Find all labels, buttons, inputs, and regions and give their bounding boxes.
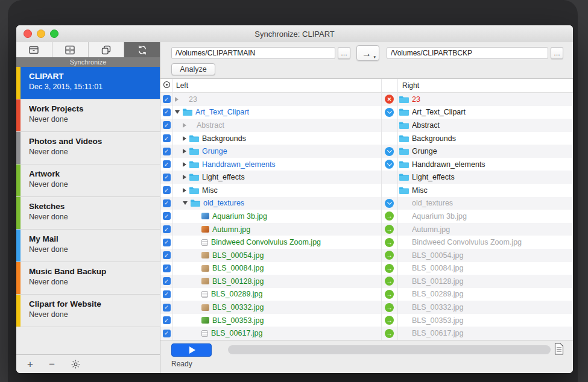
file-row[interactable]: ✓BLS_00353.jpg→BLS_00353.jpg — [160, 314, 573, 327]
file-row[interactable]: ✓23✕23 — [160, 93, 573, 106]
archive-box-icon — [27, 43, 40, 57]
tab-archive-box[interactable] — [16, 42, 52, 57]
left-path-input[interactable] — [171, 47, 335, 59]
row-checkbox[interactable]: ✓ — [163, 148, 171, 155]
row-checkbox[interactable]: ✓ — [163, 174, 171, 181]
app-window: Synchronize: CLIPART Synchronize CLIPART… — [16, 25, 573, 373]
profile-color-stripe — [16, 295, 21, 327]
add-profile-button[interactable]: + — [27, 359, 33, 369]
row-checkbox[interactable]: ✓ — [163, 134, 171, 142]
file-row[interactable]: ✓Bindweed Convolvulus Zoom.jpg→Bindweed … — [160, 236, 573, 249]
profile-item[interactable]: Photos and VideosNever done — [16, 132, 160, 164]
minimize-button[interactable] — [37, 30, 45, 38]
fullscreen-button[interactable] — [50, 30, 58, 38]
left-item-name: Aquarium 3b.jpg — [212, 212, 267, 221]
profile-last-sync: Never done — [29, 245, 156, 254]
sync-direction-button[interactable]: → ▾ — [356, 45, 379, 61]
disclosure-collapsed-icon[interactable] — [175, 97, 179, 102]
close-button[interactable] — [24, 30, 32, 38]
update-status-icon — [385, 199, 394, 208]
row-checkbox[interactable]: ✓ — [163, 239, 171, 246]
right-item-name: Autumn.jpg — [412, 225, 450, 234]
profile-item[interactable]: Music Band BackupNever done — [16, 262, 160, 295]
left-item-name: Art_Text_Clipart — [195, 108, 249, 116]
right-column-header[interactable]: Right — [397, 81, 573, 90]
row-checkbox[interactable]: ✓ — [163, 186, 171, 194]
folder-icon — [399, 174, 409, 181]
row-checkbox[interactable]: ✓ — [163, 95, 171, 103]
row-checkbox[interactable]: ✓ — [163, 225, 171, 233]
file-row[interactable]: ✓Autumn.jpg→Autumn.jpg — [160, 223, 573, 236]
folder-icon — [191, 199, 200, 207]
disclosure-expanded-icon[interactable] — [175, 110, 180, 114]
folder-icon — [189, 161, 199, 168]
tab-drawer-box[interactable] — [52, 42, 89, 57]
disclosure-collapsed-icon[interactable] — [183, 188, 186, 193]
profile-last-sync: Never done — [29, 278, 156, 286]
file-row[interactable]: ✓Handdrawn_elementsHanddrawn_elements — [160, 158, 573, 171]
folder-icon — [189, 148, 199, 155]
file-row[interactable]: ✓Light_effectsLight_effects — [160, 171, 573, 184]
row-checkbox[interactable]: ✓ — [163, 265, 171, 272]
row-checkbox[interactable]: ✓ — [163, 316, 171, 324]
row-checkbox[interactable]: ✓ — [163, 290, 171, 298]
delete-status-icon: ✕ — [385, 95, 394, 104]
row-checkbox[interactable]: ✓ — [163, 251, 171, 259]
file-row[interactable]: ✓Aquarium 3b.jpg→Aquarium 3b.jpg — [160, 210, 573, 223]
log-document-icon[interactable] — [554, 343, 564, 355]
row-checkbox[interactable]: ✓ — [163, 212, 171, 220]
row-checkbox[interactable]: ✓ — [163, 304, 171, 312]
file-row[interactable]: ✓Art_Text_ClipartArt_Text_Clipart — [160, 106, 573, 119]
file-row[interactable]: ✓BLS_00617.jpg→BLS_00617.jpg — [160, 327, 573, 340]
file-row[interactable]: ✓MiscMisc — [160, 184, 573, 197]
file-row[interactable]: ✓GrungeGrunge — [160, 145, 573, 158]
select-all-icon[interactable] — [163, 81, 171, 90]
file-row[interactable]: ✓BLS_00084.jpg→BLS_00084.jpg — [160, 262, 573, 275]
copy-status-icon: → — [385, 251, 394, 260]
disclosure-collapsed-icon[interactable] — [183, 149, 186, 154]
disclosure-collapsed-icon[interactable] — [183, 175, 186, 180]
row-checkbox[interactable]: ✓ — [163, 277, 171, 285]
disclosure-collapsed-icon[interactable] — [183, 123, 186, 128]
profile-last-sync: Never done — [29, 310, 156, 319]
copy-status-icon: → — [385, 277, 394, 286]
file-row[interactable]: ✓AbstractAbstract — [160, 119, 573, 132]
file-row[interactable]: ✓old_texturesold_textures — [160, 197, 573, 210]
image-thumbnail-icon — [201, 317, 209, 324]
browse-right-button[interactable]: … — [551, 47, 563, 59]
disclosure-collapsed-icon[interactable] — [183, 136, 186, 141]
copy-status-icon: → — [385, 303, 394, 312]
file-row[interactable]: ✓BLS_00054.jpg→BLS_00054.jpg — [160, 249, 573, 262]
row-checkbox[interactable]: ✓ — [163, 108, 171, 116]
disclosure-collapsed-icon[interactable] — [183, 162, 186, 167]
row-checkbox[interactable]: ✓ — [163, 199, 171, 207]
sidebar-spacer — [16, 327, 160, 354]
row-checkbox[interactable]: ✓ — [163, 330, 171, 337]
file-row[interactable]: ✓BLS_00289.jpg→BLS_00289.jpg — [160, 288, 573, 301]
tab-sync-arrows[interactable] — [124, 42, 160, 57]
tab-copy[interactable] — [89, 42, 125, 57]
row-checkbox[interactable]: ✓ — [163, 160, 171, 168]
sidebar: Synchronize CLIPARTDec 3, 2015, 15:11:01… — [16, 42, 160, 373]
gear-icon[interactable] — [71, 359, 81, 369]
left-column-header[interactable]: Left — [172, 81, 381, 90]
left-item-name: Autumn.jpg — [212, 225, 250, 234]
right-item-name: Misc — [412, 186, 428, 195]
profile-item[interactable]: Work ProjectsNever done — [16, 99, 160, 132]
browse-left-button[interactable]: … — [338, 47, 350, 59]
analyze-button[interactable]: Analyze — [171, 63, 215, 75]
right-path-input[interactable] — [387, 47, 548, 59]
file-row[interactable]: ✓BLS_00128.jpg→BLS_00128.jpg — [160, 275, 573, 288]
profile-item[interactable]: Clipart for WebsiteNever done — [16, 295, 160, 327]
profile-item[interactable]: SketchesNever done — [16, 197, 160, 230]
disclosure-expanded-icon[interactable] — [183, 201, 188, 205]
start-sync-button[interactable] — [171, 343, 212, 357]
profile-item[interactable]: CLIPARTDec 3, 2015, 15:11:01 — [16, 67, 160, 99]
remove-profile-button[interactable]: − — [49, 359, 55, 369]
file-row[interactable]: ✓BLS_00332.jpg→BLS_00332.jpg — [160, 301, 573, 314]
profile-item[interactable]: My MailNever done — [16, 230, 160, 262]
row-checkbox[interactable]: ✓ — [163, 121, 171, 129]
profile-item[interactable]: ArtworkNever done — [16, 164, 160, 197]
file-row[interactable]: ✓BackgroundsBackgrounds — [160, 132, 573, 145]
profile-color-stripe — [16, 99, 21, 131]
